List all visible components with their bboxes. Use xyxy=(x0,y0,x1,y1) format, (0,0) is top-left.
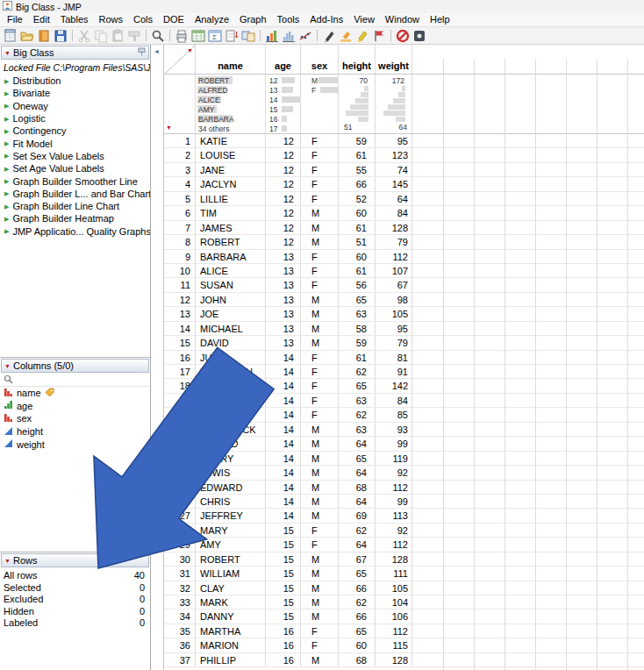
table-row[interactable]: 35MARTHA16F65112 xyxy=(164,624,644,638)
stop-button[interactable] xyxy=(395,28,411,43)
column-header-height[interactable]: height xyxy=(339,45,376,74)
table-row[interactable]: 5LILLIE12F5264 xyxy=(164,192,644,206)
flag-tool-button[interactable] xyxy=(371,28,387,43)
rows-panel-header[interactable]: ▼ Rows xyxy=(1,553,149,567)
table-row[interactable]: 15DAVID13M5979 xyxy=(164,336,644,350)
table-row[interactable]: 30ROBERT15M67128 xyxy=(164,552,644,567)
menu-cols[interactable]: Cols xyxy=(128,13,158,26)
search-button[interactable] xyxy=(150,28,166,43)
crayon-tool-button[interactable] xyxy=(354,28,370,43)
table-row[interactable]: 23HENRY14M65119 xyxy=(164,452,644,466)
highlighter-tool-button[interactable] xyxy=(338,28,354,43)
script-set-sex-value-labels[interactable]: ▶Set Sex Value Labels xyxy=(0,150,150,162)
pen-tool-button[interactable] xyxy=(321,28,337,43)
table-row[interactable]: 25EDWARD14M68112 xyxy=(164,481,644,495)
column-item-weight[interactable]: weight xyxy=(0,438,150,451)
menu-doe[interactable]: DOE xyxy=(158,13,190,26)
script-bivariate[interactable]: ▶Bivariate xyxy=(0,87,150,99)
script-jmp-applicatio-quality-graphs[interactable]: ▶JMP Applicatio... Quality Graphs xyxy=(0,225,150,238)
menu-view[interactable]: View xyxy=(348,13,380,26)
menu-tools[interactable]: Tools xyxy=(272,13,305,26)
red-triangle-menu-icon[interactable]: ▼ xyxy=(4,558,11,564)
table-row[interactable]: 14MICHAEL13M5895 xyxy=(164,322,644,336)
column-item-name[interactable]: name xyxy=(0,387,150,400)
script-graph-builder-heatmap[interactable]: ▶Graph Builder Heatmap xyxy=(0,212,150,225)
table-row[interactable]: 7JAMES12M61128 xyxy=(164,221,644,235)
table-row[interactable]: 4JACLYN12F66145 xyxy=(164,177,644,191)
preferences-button[interactable] xyxy=(411,28,427,43)
menu-add-ins[interactable]: Add-Ins xyxy=(304,13,348,26)
table-panel-header[interactable]: ▼ Big Class xyxy=(1,46,149,60)
columns-menu-icon[interactable]: ▼ xyxy=(187,47,193,53)
rows-menu-icon[interactable]: ▼ xyxy=(166,125,172,131)
table-row[interactable]: 26CHRIS14M6499 xyxy=(164,495,644,509)
table-row[interactable]: 11SUSAN13F5667 xyxy=(164,278,644,292)
column-header-weight[interactable]: weight xyxy=(376,45,412,74)
menu-edit[interactable]: Edit xyxy=(28,13,55,26)
column-item-age[interactable]: age xyxy=(0,400,150,413)
table-row[interactable]: 16JUDY14F6181 xyxy=(164,351,644,365)
table-row[interactable]: 6TIM12M6084 xyxy=(164,206,644,220)
join-button[interactable] xyxy=(240,28,256,43)
table-row[interactable]: 9BARBARA13F60112 xyxy=(164,250,644,264)
print-button[interactable] xyxy=(174,28,190,43)
columns-panel-header[interactable]: ▼ Columns (5/0) xyxy=(1,359,149,373)
table-row[interactable]: 2LOUISE12F61123 xyxy=(164,148,644,162)
new-journal-button[interactable] xyxy=(36,28,52,43)
table-row[interactable]: 28MARY15F6292 xyxy=(164,524,644,538)
script-distribution[interactable]: ▶Distribution xyxy=(0,75,150,87)
table-row[interactable]: 27JEFFREY14M69113 xyxy=(164,509,644,523)
script-contingency[interactable]: ▶Contingency xyxy=(0,125,150,137)
script-oneway[interactable]: ▶Oneway xyxy=(0,100,150,112)
column-header-sex[interactable]: sex xyxy=(301,45,339,74)
distribution-button[interactable] xyxy=(281,28,297,43)
table-row[interactable]: 24LEWIS14M6492 xyxy=(164,466,644,480)
fit-model-button[interactable] xyxy=(297,28,313,43)
open-button[interactable] xyxy=(19,28,35,43)
script-graph-builder-line-chart[interactable]: ▶Graph Builder Line Chart xyxy=(0,200,150,212)
table-row[interactable]: 37PHILLIP16M68128 xyxy=(164,653,644,667)
save-button[interactable] xyxy=(53,28,68,43)
script-graph-builder-l-and-bar-charts[interactable]: ▶Graph Builder L... and Bar Charts xyxy=(0,188,150,200)
table-row[interactable]: 19CAROL14F6384 xyxy=(164,394,644,408)
columns-search-field[interactable] xyxy=(0,374,150,387)
panel-pin-icon[interactable] xyxy=(138,47,146,58)
column-item-sex[interactable]: sex xyxy=(0,412,150,425)
column-header-name[interactable]: name xyxy=(196,45,266,74)
red-triangle-menu-icon[interactable]: ▼ xyxy=(4,50,11,56)
new-data-table-button[interactable] xyxy=(3,28,18,43)
menu-help[interactable]: Help xyxy=(425,13,455,26)
table-row[interactable]: 12JOHN13M6598 xyxy=(164,293,644,307)
menu-analyze[interactable]: Analyze xyxy=(190,13,234,26)
script-graph-builder-smoother-line[interactable]: ▶Graph Builder Smoother Line xyxy=(0,175,150,187)
table-row[interactable]: 22ALFRED14M6499 xyxy=(164,437,644,451)
table-row[interactable]: 8ROBERT12M5179 xyxy=(164,235,644,249)
table-row[interactable]: 13JOE13M63105 xyxy=(164,307,644,321)
table-row[interactable]: 3JANE12F5574 xyxy=(164,163,644,177)
table-row[interactable]: 17ELIZABETH14F6291 xyxy=(164,365,644,379)
table-row[interactable]: 29AMY15F64112 xyxy=(164,538,644,552)
sort-button[interactable] xyxy=(224,28,240,43)
menu-rows[interactable]: Rows xyxy=(94,13,129,26)
menu-file[interactable]: File xyxy=(2,13,28,26)
script-logistic[interactable]: ▶Logistic xyxy=(0,112,150,125)
table-row[interactable]: 36MARION16F60115 xyxy=(164,638,644,652)
table-row[interactable]: 20PATTY14F6285 xyxy=(164,408,644,422)
table-row[interactable]: 10ALICE13F61107 xyxy=(164,264,644,278)
red-triangle-menu-icon[interactable]: ▼ xyxy=(4,363,11,369)
menu-graph[interactable]: Graph xyxy=(234,13,272,26)
grid-corner[interactable]: ▼ xyxy=(164,45,196,74)
table-row[interactable]: 18LESLIE14F65142 xyxy=(164,379,644,393)
data-grid-button[interactable] xyxy=(190,28,206,43)
table-row[interactable]: 34DANNY15M66106 xyxy=(164,609,644,624)
table-row[interactable]: 33MARK15M62104 xyxy=(164,595,644,609)
column-item-height[interactable]: height xyxy=(0,425,150,438)
script-fit-model[interactable]: ▶Fit Model xyxy=(0,137,150,149)
menu-window[interactable]: Window xyxy=(380,13,425,26)
table-row[interactable]: 31WILLIAM15M65111 xyxy=(164,567,644,581)
column-header-age[interactable]: age xyxy=(266,45,301,74)
table-row[interactable]: 21FREDERICK14M6393 xyxy=(164,423,644,437)
collapse-panel-icon[interactable]: ◄ xyxy=(154,48,160,54)
table-row[interactable]: 32CLAY15M66105 xyxy=(164,581,644,595)
menu-tables[interactable]: Tables xyxy=(55,13,94,26)
